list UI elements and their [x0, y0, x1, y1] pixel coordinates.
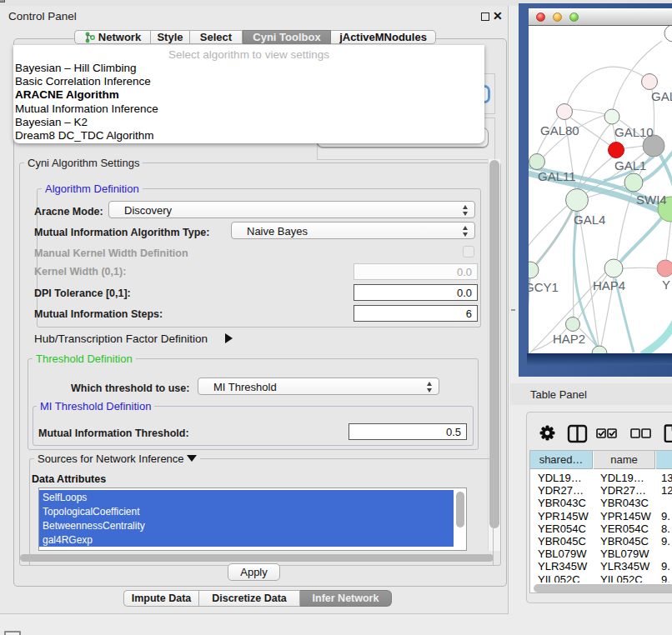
svg-text:GAL10: GAL10 — [614, 125, 654, 139]
svg-text:Y: Y — [662, 278, 670, 292]
svg-text:GAL: GAL — [651, 89, 672, 103]
svg-text:HAP4: HAP4 — [593, 278, 625, 292]
svg-text:HAP2: HAP2 — [553, 332, 585, 346]
svg-text:GCY1: GCY1 — [529, 280, 559, 294]
svg-text:SWI4: SWI4 — [636, 192, 667, 207]
svg-text:GAL11: GAL11 — [538, 169, 576, 183]
svg-text:GAL80: GAL80 — [540, 123, 579, 138]
svg-text:GAL4: GAL4 — [574, 212, 605, 227]
svg-text:GAL1: GAL1 — [614, 158, 646, 172]
